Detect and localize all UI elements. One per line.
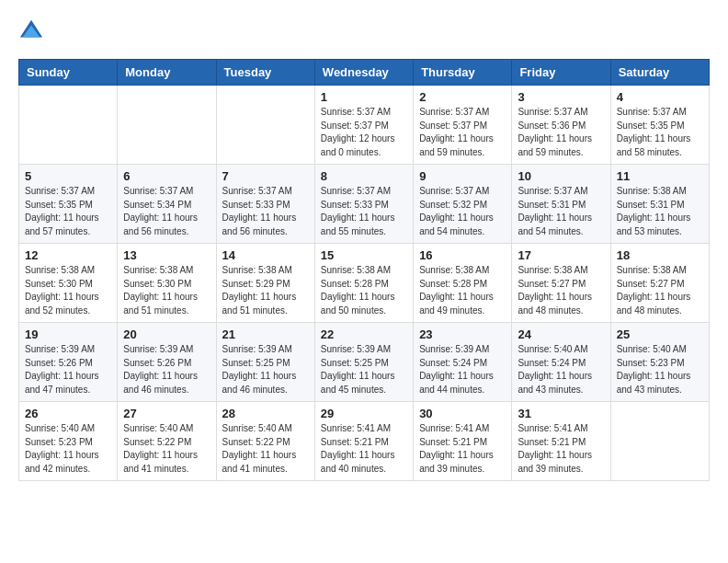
day-number: 16 (419, 248, 506, 262)
day-number: 1 (321, 90, 407, 104)
day-number: 13 (123, 248, 210, 262)
day-number: 5 (25, 169, 111, 183)
calendar-day-cell: 11Sunrise: 5:38 AM Sunset: 5:31 PM Dayli… (610, 165, 709, 244)
calendar-week-row: 12Sunrise: 5:38 AM Sunset: 5:30 PM Dayli… (19, 244, 710, 323)
day-info: Sunrise: 5:40 AM Sunset: 5:22 PM Dayligh… (222, 422, 309, 476)
day-info: Sunrise: 5:39 AM Sunset: 5:24 PM Dayligh… (419, 343, 506, 396)
day-number: 18 (617, 248, 703, 262)
calendar-day-cell: 19Sunrise: 5:39 AM Sunset: 5:26 PM Dayli… (19, 323, 118, 402)
day-number: 29 (321, 407, 407, 420)
day-info: Sunrise: 5:39 AM Sunset: 5:26 PM Dayligh… (25, 343, 111, 396)
calendar-day-cell: 15Sunrise: 5:38 AM Sunset: 5:28 PM Dayli… (314, 244, 413, 323)
calendar-day-cell: 8Sunrise: 5:37 AM Sunset: 5:33 PM Daylig… (314, 165, 413, 244)
day-number: 14 (222, 248, 309, 262)
page-header (18, 18, 710, 44)
day-info: Sunrise: 5:40 AM Sunset: 5:23 PM Dayligh… (617, 343, 703, 396)
calendar-day-cell: 31Sunrise: 5:41 AM Sunset: 5:21 PM Dayli… (512, 402, 610, 481)
empty-cell (216, 86, 314, 165)
weekday-header-sunday: Sunday (19, 60, 118, 86)
calendar-day-cell: 4Sunrise: 5:37 AM Sunset: 5:35 PM Daylig… (610, 86, 709, 165)
calendar-day-cell: 28Sunrise: 5:40 AM Sunset: 5:22 PM Dayli… (216, 402, 314, 481)
day-number: 31 (518, 407, 604, 420)
day-info: Sunrise: 5:38 AM Sunset: 5:30 PM Dayligh… (123, 264, 210, 317)
day-number: 15 (321, 248, 407, 262)
calendar-day-cell: 6Sunrise: 5:37 AM Sunset: 5:34 PM Daylig… (118, 165, 216, 244)
calendar-day-cell: 18Sunrise: 5:38 AM Sunset: 5:27 PM Dayli… (610, 244, 709, 323)
day-number: 27 (123, 407, 210, 420)
day-info: Sunrise: 5:37 AM Sunset: 5:32 PM Dayligh… (419, 185, 506, 238)
calendar-day-cell: 14Sunrise: 5:38 AM Sunset: 5:29 PM Dayli… (216, 244, 314, 323)
weekday-header-friday: Friday (512, 60, 610, 86)
calendar-week-row: 5Sunrise: 5:37 AM Sunset: 5:35 PM Daylig… (19, 165, 710, 244)
day-info: Sunrise: 5:37 AM Sunset: 5:37 PM Dayligh… (321, 106, 407, 159)
calendar-day-cell: 17Sunrise: 5:38 AM Sunset: 5:27 PM Dayli… (512, 244, 610, 323)
day-number: 6 (123, 169, 210, 183)
day-info: Sunrise: 5:40 AM Sunset: 5:24 PM Dayligh… (518, 343, 604, 396)
day-number: 9 (419, 169, 506, 183)
weekday-header-saturday: Saturday (610, 60, 709, 86)
day-number: 30 (419, 407, 506, 420)
day-info: Sunrise: 5:38 AM Sunset: 5:27 PM Dayligh… (518, 264, 604, 317)
day-info: Sunrise: 5:37 AM Sunset: 5:35 PM Dayligh… (617, 106, 703, 159)
calendar-day-cell: 5Sunrise: 5:37 AM Sunset: 5:35 PM Daylig… (19, 165, 118, 244)
logo-icon (18, 18, 44, 44)
calendar-day-cell: 29Sunrise: 5:41 AM Sunset: 5:21 PM Dayli… (314, 402, 413, 481)
day-number: 2 (419, 90, 506, 104)
day-number: 21 (222, 327, 309, 341)
calendar-day-cell: 24Sunrise: 5:40 AM Sunset: 5:24 PM Dayli… (512, 323, 610, 402)
calendar-day-cell: 1Sunrise: 5:37 AM Sunset: 5:37 PM Daylig… (314, 86, 413, 165)
day-number: 26 (25, 407, 111, 420)
calendar-day-cell: 23Sunrise: 5:39 AM Sunset: 5:24 PM Dayli… (414, 323, 512, 402)
day-info: Sunrise: 5:38 AM Sunset: 5:29 PM Dayligh… (222, 264, 309, 317)
day-number: 25 (617, 327, 703, 341)
day-number: 19 (25, 327, 111, 341)
calendar-day-cell: 26Sunrise: 5:40 AM Sunset: 5:23 PM Dayli… (19, 402, 118, 481)
day-number: 7 (222, 169, 309, 183)
weekday-header-thursday: Thursday (414, 60, 512, 86)
weekday-header-tuesday: Tuesday (216, 60, 314, 86)
day-info: Sunrise: 5:38 AM Sunset: 5:28 PM Dayligh… (419, 264, 506, 317)
calendar-day-cell: 27Sunrise: 5:40 AM Sunset: 5:22 PM Dayli… (118, 402, 216, 481)
day-info: Sunrise: 5:38 AM Sunset: 5:27 PM Dayligh… (617, 264, 703, 317)
calendar-day-cell: 12Sunrise: 5:38 AM Sunset: 5:30 PM Dayli… (19, 244, 118, 323)
weekday-header-monday: Monday (118, 60, 216, 86)
calendar-day-cell: 10Sunrise: 5:37 AM Sunset: 5:31 PM Dayli… (512, 165, 610, 244)
day-info: Sunrise: 5:40 AM Sunset: 5:22 PM Dayligh… (123, 422, 210, 476)
calendar-day-cell: 13Sunrise: 5:38 AM Sunset: 5:30 PM Dayli… (118, 244, 216, 323)
day-info: Sunrise: 5:37 AM Sunset: 5:34 PM Dayligh… (123, 185, 210, 238)
day-info: Sunrise: 5:38 AM Sunset: 5:28 PM Dayligh… (321, 264, 407, 317)
day-info: Sunrise: 5:38 AM Sunset: 5:31 PM Dayligh… (617, 185, 703, 238)
day-info: Sunrise: 5:37 AM Sunset: 5:37 PM Dayligh… (419, 106, 506, 159)
calendar-day-cell: 9Sunrise: 5:37 AM Sunset: 5:32 PM Daylig… (414, 165, 512, 244)
calendar-day-cell: 2Sunrise: 5:37 AM Sunset: 5:37 PM Daylig… (414, 86, 512, 165)
empty-cell (19, 86, 118, 165)
day-number: 20 (123, 327, 210, 341)
weekday-header-wednesday: Wednesday (314, 60, 413, 86)
empty-cell (118, 86, 216, 165)
day-number: 3 (518, 90, 604, 104)
calendar-day-cell: 30Sunrise: 5:41 AM Sunset: 5:21 PM Dayli… (414, 402, 512, 481)
day-info: Sunrise: 5:37 AM Sunset: 5:31 PM Dayligh… (518, 185, 604, 238)
day-info: Sunrise: 5:39 AM Sunset: 5:25 PM Dayligh… (321, 343, 407, 396)
day-info: Sunrise: 5:37 AM Sunset: 5:36 PM Dayligh… (518, 106, 604, 159)
day-number: 17 (518, 248, 604, 262)
day-number: 10 (518, 169, 604, 183)
empty-cell (610, 402, 709, 481)
calendar-day-cell: 20Sunrise: 5:39 AM Sunset: 5:26 PM Dayli… (118, 323, 216, 402)
day-number: 23 (419, 327, 506, 341)
day-info: Sunrise: 5:41 AM Sunset: 5:21 PM Dayligh… (321, 422, 407, 476)
calendar-day-cell: 22Sunrise: 5:39 AM Sunset: 5:25 PM Dayli… (314, 323, 413, 402)
logo (18, 18, 48, 44)
calendar-day-cell: 7Sunrise: 5:37 AM Sunset: 5:33 PM Daylig… (216, 165, 314, 244)
calendar-table: SundayMondayTuesdayWednesdayThursdayFrid… (18, 59, 710, 481)
day-number: 4 (617, 90, 703, 104)
day-info: Sunrise: 5:37 AM Sunset: 5:35 PM Dayligh… (25, 185, 111, 238)
calendar-day-cell: 21Sunrise: 5:39 AM Sunset: 5:25 PM Dayli… (216, 323, 314, 402)
calendar-week-row: 1Sunrise: 5:37 AM Sunset: 5:37 PM Daylig… (19, 86, 710, 165)
day-number: 22 (321, 327, 407, 341)
day-number: 12 (25, 248, 111, 262)
calendar-week-row: 19Sunrise: 5:39 AM Sunset: 5:26 PM Dayli… (19, 323, 710, 402)
calendar-header-row: SundayMondayTuesdayWednesdayThursdayFrid… (19, 60, 710, 86)
day-info: Sunrise: 5:38 AM Sunset: 5:30 PM Dayligh… (25, 264, 111, 317)
day-number: 24 (518, 327, 604, 341)
